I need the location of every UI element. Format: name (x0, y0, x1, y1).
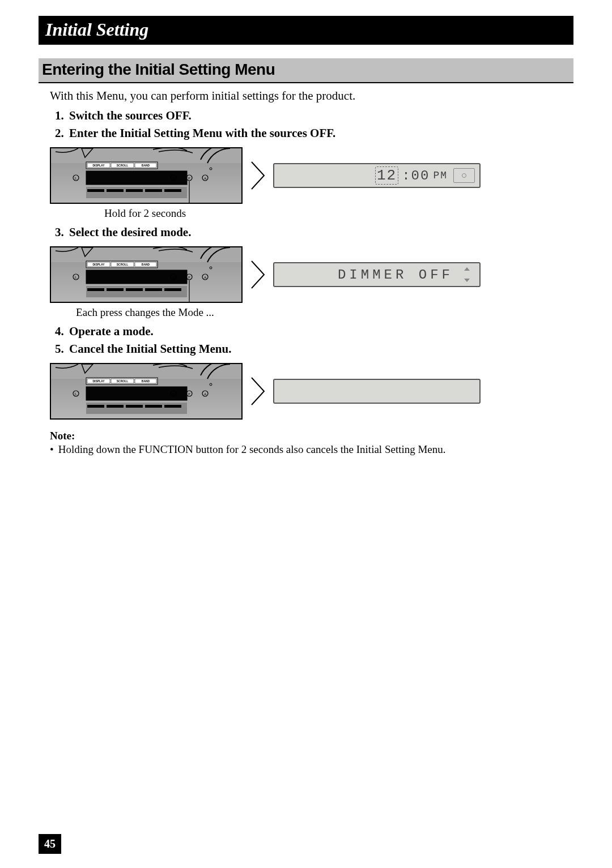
svg-text:D: D (172, 275, 175, 280)
svg-text:F: F (188, 275, 190, 280)
clock-ampm: PM (433, 170, 448, 181)
svg-rect-19 (145, 189, 162, 192)
lcd-display-dimmer: DIMMER OFF (273, 262, 481, 287)
chapter-title: Initial Setting (45, 19, 148, 40)
steps-list-2: Select the desired mode. (50, 225, 573, 240)
page-number: 45 (39, 834, 61, 854)
lcd-display-blank (273, 379, 481, 404)
svg-rect-65 (86, 403, 187, 414)
figure-row-3: DISPLAY SCROLL BAND L D F A (50, 363, 573, 420)
svg-point-64 (210, 383, 212, 386)
step-3: Select the desired mode. (67, 225, 573, 240)
svg-rect-66 (87, 405, 104, 408)
svg-rect-42 (107, 288, 124, 291)
arrow-icon (250, 161, 265, 190)
svg-rect-67 (107, 405, 124, 408)
svg-point-14 (210, 168, 212, 170)
svg-text:L: L (75, 176, 77, 181)
btn-display: DISPLAY (92, 164, 105, 167)
device-illustration-1: DISPLAY SCROLL BAND L D F A (50, 147, 243, 204)
caption-1: Hold for 2 seconds (49, 207, 241, 220)
note-text: Holding down the FUNCTION button for 2 s… (58, 443, 446, 456)
svg-rect-69 (145, 405, 162, 408)
svg-text:SCROLL: SCROLL (117, 263, 129, 266)
svg-rect-70 (164, 405, 181, 408)
arrow-icon (250, 377, 265, 406)
btn-scroll: SCROLL (117, 164, 129, 167)
caption-2: Each press changes the Mode ... (49, 306, 241, 319)
svg-rect-44 (145, 288, 162, 291)
updown-icon (459, 267, 475, 282)
svg-text:D: D (172, 392, 175, 396)
step-2: Enter the Initial Setting Menu with the … (67, 126, 573, 140)
steps-list: Switch the sources OFF. Enter the Initia… (50, 109, 573, 140)
device-illustration-2: DISPLAY SCROLL BAND L D F A (50, 246, 243, 303)
svg-text:L: L (75, 275, 77, 280)
svg-text:F: F (188, 176, 190, 181)
svg-text:BAND: BAND (142, 263, 150, 266)
svg-text:SCROLL: SCROLL (117, 379, 129, 383)
svg-rect-41 (87, 288, 104, 291)
svg-text:D: D (172, 176, 175, 181)
dpad-icon (453, 168, 475, 183)
step-4: Operate a mode. (67, 324, 573, 339)
svg-rect-18 (126, 189, 143, 192)
btn-band: BAND (142, 164, 150, 167)
intro-text: With this Menu, you can perform initial … (50, 89, 573, 103)
svg-rect-68 (126, 405, 143, 408)
chapter-title-bar: Initial Setting (39, 16, 573, 45)
device-illustration-3: DISPLAY SCROLL BAND L D F A (50, 363, 243, 420)
svg-rect-45 (164, 288, 181, 291)
svg-rect-17 (107, 189, 124, 192)
bullet-icon: • (50, 443, 54, 456)
note-item: • Holding down the FUNCTION button for 2… (50, 443, 573, 456)
svg-text:F: F (188, 392, 190, 396)
step-1: Switch the sources OFF. (67, 109, 573, 123)
svg-point-39 (210, 267, 212, 269)
svg-text:A: A (203, 176, 206, 181)
note-heading: Note: (50, 430, 573, 442)
svg-rect-43 (126, 288, 143, 291)
svg-rect-20 (164, 189, 181, 192)
section-heading: Entering the Initial Setting Menu (39, 58, 573, 83)
figure-row-2: DISPLAY SCROLL BAND L D F A DIMMER OFF (50, 246, 573, 303)
page-root: Initial Setting Entering the Initial Set… (0, 0, 612, 868)
lcd-display-clock: 12 :00 PM (273, 163, 481, 188)
svg-text:BAND: BAND (142, 379, 150, 383)
svg-text:DISPLAY: DISPLAY (92, 263, 105, 266)
figure-row-1: DISPLAY SCROLL BAND L D F A (50, 147, 573, 204)
svg-rect-15 (86, 187, 187, 198)
svg-text:A: A (203, 275, 206, 280)
svg-text:A: A (203, 392, 206, 396)
svg-rect-16 (87, 189, 104, 192)
clock-minutes: :00 (402, 168, 430, 183)
svg-text:DISPLAY: DISPLAY (92, 379, 105, 383)
clock-hour: 12 (375, 166, 398, 185)
svg-text:L: L (75, 392, 77, 396)
step-5: Cancel the Initial Setting Menu. (67, 342, 573, 356)
steps-list-3: Operate a mode. Cancel the Initial Setti… (50, 324, 573, 356)
dimmer-text: DIMMER OFF (338, 267, 453, 283)
section-heading-text: Entering the Initial Setting Menu (42, 61, 275, 78)
svg-rect-40 (86, 286, 187, 297)
arrow-icon (250, 260, 265, 289)
